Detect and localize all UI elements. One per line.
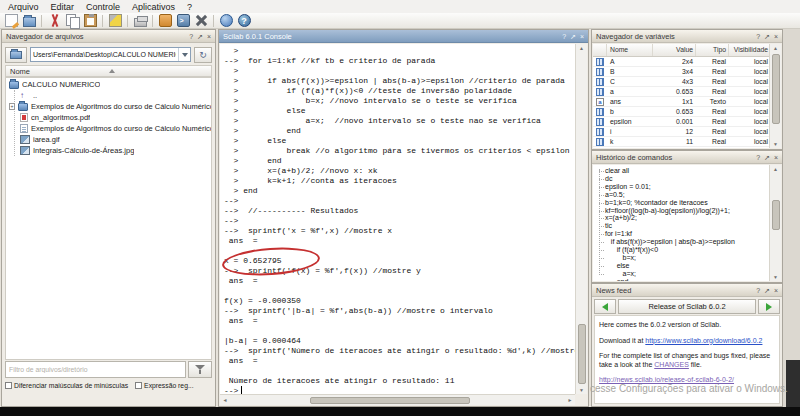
undock-icon[interactable]: ↗ xyxy=(764,154,770,161)
variable-row[interactable]: epsilon0.001Reallocal xyxy=(593,117,769,127)
history-item[interactable]: x=(a+b)/2; xyxy=(605,214,769,222)
filter-button[interactable] xyxy=(188,361,212,378)
history-item[interactable]: for i=1:kf xyxy=(605,230,769,238)
regex-checkbox[interactable] xyxy=(135,382,142,389)
console-horizontal-scrollbar[interactable]: ◄ ► xyxy=(220,394,575,405)
variable-row[interactable]: C4x3Reallocal xyxy=(593,77,769,87)
tree-item[interactable]: +Exemplos de Algoritmos do curso de Cálc… xyxy=(6,101,211,112)
menu-aplicativos[interactable]: Aplicativos xyxy=(126,2,181,12)
next-news-button[interactable] xyxy=(758,299,780,314)
scroll-up-icon[interactable]: ▲ xyxy=(770,45,781,51)
scroll-down-icon[interactable]: ▼ xyxy=(770,141,781,147)
variable-row[interactable]: b0.653Reallocal xyxy=(593,107,769,117)
history-scrollbar[interactable]: ▲ ▼ xyxy=(769,165,781,281)
history-item[interactable]: a=x; xyxy=(605,270,769,278)
panel-help-icon[interactable]: ? xyxy=(189,33,193,40)
windows-taskbar[interactable] xyxy=(0,407,800,416)
filter-input[interactable] xyxy=(5,361,186,378)
regex-option[interactable]: Expressão reg... xyxy=(135,382,194,389)
history-item[interactable]: b=1;k=0; %contador de iteracoes xyxy=(605,199,769,207)
history-item[interactable]: a=0.5; xyxy=(605,191,769,199)
open-file-button[interactable] xyxy=(21,13,37,28)
refresh-button[interactable]: ↻ xyxy=(194,47,212,63)
undock-icon[interactable]: ↗ xyxy=(197,33,203,40)
variables-scrollbar[interactable]: ▲ ▼ xyxy=(769,44,781,148)
news-item-title[interactable]: Release of Scilab 6.0.2 xyxy=(618,299,756,314)
scroll-left-icon[interactable]: ◄ xyxy=(220,395,230,405)
cut-button[interactable] xyxy=(46,13,62,28)
help-button[interactable] xyxy=(236,13,252,28)
path-combobox[interactable] xyxy=(30,47,191,62)
scrollbar-thumb[interactable] xyxy=(578,324,586,384)
scrollbar-thumb[interactable] xyxy=(772,200,780,230)
variable-row[interactable]: A2x4Reallocal xyxy=(593,57,769,67)
tree-item[interactable]: Exemplos de Algoritmos do curso de Cálcu… xyxy=(6,123,211,134)
scrollbar-thumb[interactable] xyxy=(772,54,780,124)
name-column-header[interactable]: Nome xyxy=(5,65,212,77)
undock-icon[interactable]: ↗ xyxy=(764,287,770,294)
history-item[interactable]: b=x; xyxy=(605,254,769,262)
close-icon[interactable]: × xyxy=(774,287,778,294)
tree-item[interactable]: .. xyxy=(6,90,211,101)
variable-row[interactable]: ans1x1Textolocal xyxy=(593,97,769,107)
preferences-button[interactable] xyxy=(193,13,209,28)
panel-help-icon[interactable]: ? xyxy=(756,287,760,294)
scroll-down-icon[interactable]: ▼ xyxy=(576,387,587,393)
download-link[interactable]: https://www.scilab.org/download/6.0.2 xyxy=(645,337,762,344)
column-header[interactable]: Nome xyxy=(607,44,653,56)
clear-console-button[interactable] xyxy=(107,13,123,28)
case-sensitive-option[interactable]: Diferenciar maiúsculas de minúsculas xyxy=(5,382,128,389)
menu-help[interactable]: ? xyxy=(181,2,198,12)
console-vertical-scrollbar[interactable]: ▲ ▼ xyxy=(575,44,587,394)
panel-help-icon[interactable]: ? xyxy=(756,33,760,40)
tree-item[interactable]: cn_algoritmos.pdf xyxy=(6,112,211,123)
variable-row[interactable]: kf2e+03Reallocal xyxy=(593,147,769,148)
column-header[interactable]: Tipo xyxy=(696,44,729,56)
chevron-down-icon[interactable] xyxy=(178,48,190,61)
history-item[interactable]: else xyxy=(605,262,769,270)
history-item[interactable]: kf=floor((log(b-a)-log(epsilon))/log(2))… xyxy=(605,207,769,215)
undock-icon[interactable]: ↗ xyxy=(570,33,576,40)
column-header[interactable]: Value xyxy=(653,44,696,56)
scroll-down-icon[interactable]: ▼ xyxy=(770,274,781,280)
menu-controle[interactable]: Controle xyxy=(80,2,126,12)
print-button[interactable] xyxy=(132,13,148,28)
close-icon[interactable]: × xyxy=(207,33,211,40)
expand-icon[interactable]: + xyxy=(9,103,15,110)
panel-help-icon[interactable]: ? xyxy=(562,33,566,40)
tree-item[interactable]: Integrais-Cálculo-de-Áreas.jpg xyxy=(6,145,211,156)
variable-row[interactable]: i12Reallocal xyxy=(593,127,769,137)
console-output[interactable]: >--> for i=1:kf //kf tb e criterio de pa… xyxy=(220,44,575,394)
history-item[interactable]: if (f(a)*f(x))<0 xyxy=(605,246,769,254)
panel-help-icon[interactable]: ? xyxy=(756,154,760,161)
menu-editar[interactable]: Editar xyxy=(45,2,81,12)
scroll-right-icon[interactable]: ► xyxy=(565,395,575,405)
history-item[interactable]: if abs(f(x))>=epsilon | abs(b-a)>=epsilo… xyxy=(605,238,769,246)
case-sensitive-checkbox[interactable] xyxy=(5,382,12,389)
release-post-link[interactable]: http://news.scilab.io/release-of-scilab-… xyxy=(599,376,734,383)
variable-row[interactable]: B3x4Reallocal xyxy=(593,67,769,77)
scilab-web-button[interactable] xyxy=(218,13,234,28)
variable-row[interactable]: k11Reallocal xyxy=(593,137,769,147)
show-console-button[interactable] xyxy=(175,13,191,28)
history-item[interactable]: dc xyxy=(605,175,769,183)
close-icon[interactable]: × xyxy=(774,33,778,40)
path-input[interactable] xyxy=(31,51,178,58)
tree-item[interactable]: iarea.gif xyxy=(6,134,211,145)
scrollbar-thumb[interactable] xyxy=(310,397,470,404)
history-item[interactable]: epsilon = 0.01; xyxy=(605,183,769,191)
choose-directory-button[interactable] xyxy=(5,47,27,63)
previous-news-button[interactable] xyxy=(594,299,616,314)
column-header[interactable]: Visibilidade xyxy=(729,44,769,56)
history-item[interactable]: clear all xyxy=(605,167,769,175)
menu-arquivo[interactable]: Arquivo xyxy=(2,2,45,12)
copy-button[interactable] xyxy=(64,13,80,28)
variable-row[interactable]: a0.653Reallocal xyxy=(593,87,769,97)
tree-item[interactable]: CALCULO NUMERICO xyxy=(6,79,211,90)
undock-icon[interactable]: ↗ xyxy=(764,33,770,40)
close-icon[interactable]: × xyxy=(774,154,778,161)
paste-button[interactable] xyxy=(82,13,98,28)
history-item[interactable]: end xyxy=(605,278,769,281)
change-directory-button[interactable] xyxy=(157,13,173,28)
history-item[interactable]: tic xyxy=(605,222,769,230)
